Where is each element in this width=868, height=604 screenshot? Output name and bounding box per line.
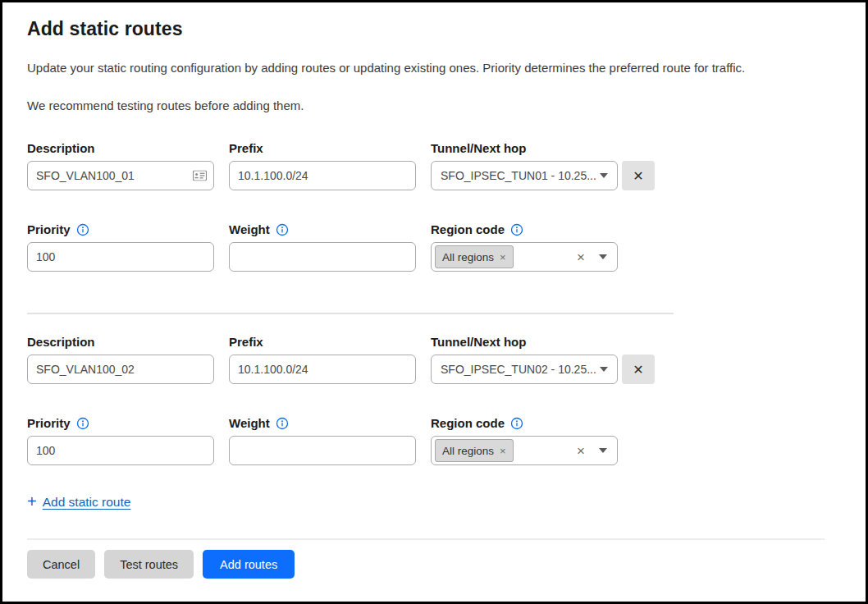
section-divider	[27, 313, 674, 314]
close-icon: ✕	[633, 362, 643, 378]
chevron-down-icon	[599, 448, 607, 453]
chevron-down-icon	[600, 173, 608, 178]
add-static-route-label: Add static route	[43, 495, 131, 510]
plus-icon: +	[27, 492, 37, 511]
remove-route-button[interactable]: ✕	[622, 355, 655, 384]
priority-field: Priority	[27, 222, 214, 272]
dialog-footer: Cancel Test routes Add routes	[27, 550, 843, 579]
region-code-field: Region code All regions × ×	[431, 416, 618, 465]
tunnel-next-hop-select[interactable]: SFO_IPSEC_TUN01 - 10.25...	[431, 161, 618, 190]
region-code-select[interactable]: All regions × ×	[431, 436, 618, 465]
info-icon[interactable]	[510, 417, 523, 430]
chevron-down-icon	[600, 367, 608, 372]
priority-field: Priority	[27, 416, 214, 465]
prefix-input[interactable]	[229, 161, 416, 190]
info-icon[interactable]	[510, 223, 523, 236]
route-section-1: Description Prefix Tunnel/Next hop	[27, 141, 843, 272]
region-code-label: Region code	[431, 222, 505, 236]
test-routes-button[interactable]: Test routes	[104, 550, 194, 579]
region-code-label: Region code	[431, 416, 505, 430]
region-tag-label: All regions	[442, 251, 494, 263]
description-label: Description	[27, 335, 214, 349]
autofill-contact-card-icon	[193, 171, 207, 181]
tunnel-next-hop-label: Tunnel/Next hop	[431, 335, 618, 349]
prefix-field: Prefix	[229, 141, 416, 190]
region-tag: All regions ×	[435, 439, 514, 462]
prefix-label: Prefix	[229, 141, 416, 155]
page-title: Add static routes	[27, 18, 843, 40]
info-icon[interactable]	[276, 223, 289, 236]
footer-divider	[27, 538, 825, 540]
prefix-field: Prefix	[229, 335, 416, 384]
weight-input[interactable]	[229, 242, 416, 272]
clear-icon[interactable]: ×	[577, 250, 585, 264]
priority-input[interactable]	[27, 242, 214, 272]
page-note: We recommend testing routes before addin…	[27, 98, 843, 112]
description-input[interactable]	[27, 161, 214, 190]
add-static-routes-dialog: Add static routes Update your static rou…	[2, 2, 866, 579]
route-section-2: Description Prefix Tunnel/Next hop SFO_I…	[27, 335, 843, 465]
tag-remove-icon[interactable]: ×	[500, 252, 506, 263]
prefix-label: Prefix	[229, 335, 416, 349]
prefix-input[interactable]	[229, 355, 416, 384]
description-label: Description	[27, 141, 214, 155]
tunnel-next-hop-value: SFO_IPSEC_TUN01 - 10.25...	[441, 169, 600, 182]
description-field: Description	[27, 335, 214, 384]
routes-form: Description Prefix Tunnel/Next hop	[27, 141, 843, 511]
info-icon[interactable]	[76, 417, 89, 430]
clear-icon[interactable]: ×	[577, 444, 585, 458]
region-tag-label: All regions	[442, 445, 494, 457]
tag-remove-icon[interactable]: ×	[500, 446, 506, 456]
cancel-button[interactable]: Cancel	[27, 550, 95, 579]
tunnel-next-hop-label: Tunnel/Next hop	[431, 141, 618, 155]
region-tag: All regions ×	[435, 245, 514, 268]
tunnel-next-hop-value: SFO_IPSEC_TUN02 - 10.25...	[441, 363, 600, 376]
tunnel-next-hop-select[interactable]: SFO_IPSEC_TUN02 - 10.25...	[431, 355, 618, 384]
add-routes-button[interactable]: Add routes	[203, 550, 295, 579]
chevron-down-icon	[599, 254, 607, 259]
region-code-select[interactable]: All regions × ×	[431, 242, 618, 272]
priority-label: Priority	[27, 416, 71, 430]
priority-input[interactable]	[27, 436, 214, 465]
remove-route-button[interactable]: ✕	[622, 161, 655, 190]
weight-field: Weight	[229, 416, 416, 465]
weight-label: Weight	[229, 222, 270, 236]
weight-label: Weight	[229, 416, 270, 430]
page-description: Update your static routing configuration…	[27, 61, 843, 75]
weight-field: Weight	[229, 222, 416, 272]
description-input[interactable]	[27, 355, 214, 384]
add-static-route-link[interactable]: + Add static route	[27, 492, 130, 511]
priority-label: Priority	[27, 222, 71, 236]
info-icon[interactable]	[76, 223, 89, 236]
description-field: Description	[27, 141, 214, 190]
info-icon[interactable]	[276, 417, 289, 430]
region-code-field: Region code All regions × ×	[431, 222, 618, 272]
tunnel-next-hop-field: Tunnel/Next hop SFO_IPSEC_TUN01 - 10.25.…	[431, 141, 618, 190]
close-icon: ✕	[633, 168, 643, 184]
tunnel-next-hop-field: Tunnel/Next hop SFO_IPSEC_TUN02 - 10.25.…	[431, 335, 618, 384]
weight-input[interactable]	[229, 436, 416, 465]
